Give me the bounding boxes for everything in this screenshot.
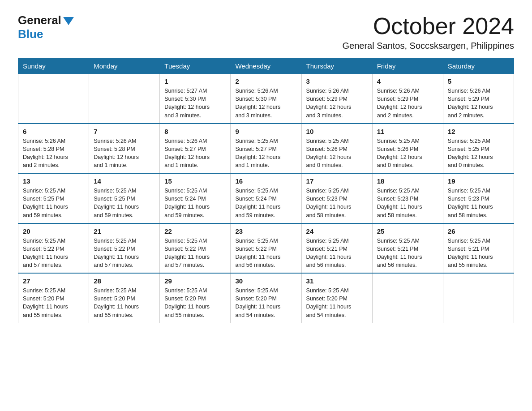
calendar-week-row: 1Sunrise: 5:27 AM Sunset: 5:30 PM Daylig… <box>18 74 514 124</box>
day-number: 11 <box>377 128 438 135</box>
calendar-cell <box>89 74 160 124</box>
day-info: Sunrise: 5:25 AM Sunset: 5:25 PM Dayligh… <box>94 187 155 219</box>
calendar-header-wednesday: Wednesday <box>231 59 301 74</box>
day-number: 27 <box>23 277 84 285</box>
calendar-cell: 24Sunrise: 5:25 AM Sunset: 5:21 PM Dayli… <box>301 223 372 274</box>
day-number: 7 <box>94 128 155 135</box>
day-info: Sunrise: 5:25 AM Sunset: 5:23 PM Dayligh… <box>377 187 438 219</box>
day-info: Sunrise: 5:26 AM Sunset: 5:30 PM Dayligh… <box>235 87 296 120</box>
calendar-header-saturday: Saturday <box>443 59 514 74</box>
day-info: Sunrise: 5:25 AM Sunset: 5:24 PM Dayligh… <box>164 187 226 219</box>
logo-triangle-icon <box>63 17 74 25</box>
calendar-cell: 18Sunrise: 5:25 AM Sunset: 5:23 PM Dayli… <box>372 173 443 223</box>
day-info: Sunrise: 5:25 AM Sunset: 5:25 PM Dayligh… <box>448 137 509 170</box>
calendar-cell: 19Sunrise: 5:25 AM Sunset: 5:23 PM Dayli… <box>443 173 514 223</box>
day-info: Sunrise: 5:26 AM Sunset: 5:29 PM Dayligh… <box>377 87 438 120</box>
calendar-header-tuesday: Tuesday <box>160 59 231 74</box>
title-block: October 2024 General Santos, Soccsksarge… <box>342 13 514 51</box>
day-number: 29 <box>164 277 226 285</box>
day-number: 1 <box>164 77 226 85</box>
day-number: 2 <box>235 77 296 85</box>
day-info: Sunrise: 5:26 AM Sunset: 5:29 PM Dayligh… <box>306 87 368 120</box>
calendar-cell: 9Sunrise: 5:25 AM Sunset: 5:27 PM Daylig… <box>231 124 301 174</box>
day-info: Sunrise: 5:25 AM Sunset: 5:20 PM Dayligh… <box>23 287 84 319</box>
day-info: Sunrise: 5:26 AM Sunset: 5:29 PM Dayligh… <box>448 87 509 120</box>
page-subtitle: General Santos, Soccsksargen, Philippine… <box>342 41 514 51</box>
day-number: 19 <box>448 177 509 185</box>
day-info: Sunrise: 5:25 AM Sunset: 5:27 PM Dayligh… <box>235 137 296 170</box>
day-info: Sunrise: 5:27 AM Sunset: 5:30 PM Dayligh… <box>164 87 226 120</box>
calendar-header-sunday: Sunday <box>18 59 89 74</box>
calendar-week-row: 13Sunrise: 5:25 AM Sunset: 5:25 PM Dayli… <box>18 173 514 223</box>
day-info: Sunrise: 5:25 AM Sunset: 5:23 PM Dayligh… <box>448 187 509 219</box>
calendar-cell: 13Sunrise: 5:25 AM Sunset: 5:25 PM Dayli… <box>18 173 89 223</box>
calendar-cell: 4Sunrise: 5:26 AM Sunset: 5:29 PM Daylig… <box>372 74 443 124</box>
day-info: Sunrise: 5:25 AM Sunset: 5:23 PM Dayligh… <box>306 187 368 219</box>
day-info: Sunrise: 5:25 AM Sunset: 5:22 PM Dayligh… <box>164 237 226 270</box>
day-number: 31 <box>306 277 368 285</box>
calendar-cell <box>372 273 443 323</box>
day-info: Sunrise: 5:25 AM Sunset: 5:21 PM Dayligh… <box>377 237 438 270</box>
day-number: 17 <box>306 177 368 185</box>
calendar-cell: 22Sunrise: 5:25 AM Sunset: 5:22 PM Dayli… <box>160 223 231 274</box>
day-info: Sunrise: 5:25 AM Sunset: 5:21 PM Dayligh… <box>306 237 368 270</box>
calendar-cell: 29Sunrise: 5:25 AM Sunset: 5:20 PM Dayli… <box>160 273 231 323</box>
day-number: 15 <box>164 177 226 185</box>
day-number: 21 <box>94 227 155 235</box>
calendar-cell: 10Sunrise: 5:25 AM Sunset: 5:26 PM Dayli… <box>301 124 372 174</box>
day-info: Sunrise: 5:26 AM Sunset: 5:27 PM Dayligh… <box>164 137 226 170</box>
calendar-week-row: 6Sunrise: 5:26 AM Sunset: 5:28 PM Daylig… <box>18 124 514 174</box>
day-number: 22 <box>164 227 226 235</box>
logo-text: General <box>18 13 74 27</box>
day-number: 16 <box>235 177 296 185</box>
day-number: 23 <box>235 227 296 235</box>
day-number: 5 <box>448 77 509 85</box>
calendar-cell: 8Sunrise: 5:26 AM Sunset: 5:27 PM Daylig… <box>160 124 231 174</box>
day-info: Sunrise: 5:25 AM Sunset: 5:26 PM Dayligh… <box>306 137 368 170</box>
calendar-cell: 15Sunrise: 5:25 AM Sunset: 5:24 PM Dayli… <box>160 173 231 223</box>
calendar-header-monday: Monday <box>89 59 160 74</box>
day-info: Sunrise: 5:25 AM Sunset: 5:22 PM Dayligh… <box>94 237 155 270</box>
logo-blue-text: Blue <box>18 27 43 41</box>
logo-general-text: General <box>18 13 61 27</box>
calendar-table: SundayMondayTuesdayWednesdayThursdayFrid… <box>18 58 514 323</box>
day-info: Sunrise: 5:25 AM Sunset: 5:21 PM Dayligh… <box>448 237 509 270</box>
calendar-cell: 12Sunrise: 5:25 AM Sunset: 5:25 PM Dayli… <box>443 124 514 174</box>
day-number: 20 <box>23 227 84 235</box>
day-info: Sunrise: 5:25 AM Sunset: 5:20 PM Dayligh… <box>306 287 368 319</box>
day-info: Sunrise: 5:26 AM Sunset: 5:28 PM Dayligh… <box>23 137 84 170</box>
day-info: Sunrise: 5:26 AM Sunset: 5:28 PM Dayligh… <box>94 137 155 170</box>
day-info: Sunrise: 5:25 AM Sunset: 5:20 PM Dayligh… <box>235 287 296 319</box>
day-number: 3 <box>306 77 368 85</box>
day-number: 26 <box>448 227 509 235</box>
calendar-week-row: 27Sunrise: 5:25 AM Sunset: 5:20 PM Dayli… <box>18 273 514 323</box>
day-info: Sunrise: 5:25 AM Sunset: 5:24 PM Dayligh… <box>235 187 296 219</box>
calendar-cell: 14Sunrise: 5:25 AM Sunset: 5:25 PM Dayli… <box>89 173 160 223</box>
day-number: 10 <box>306 128 368 135</box>
day-number: 30 <box>235 277 296 285</box>
calendar-header-thursday: Thursday <box>301 59 372 74</box>
day-info: Sunrise: 5:25 AM Sunset: 5:20 PM Dayligh… <box>164 287 226 319</box>
calendar-cell: 3Sunrise: 5:26 AM Sunset: 5:29 PM Daylig… <box>301 74 372 124</box>
calendar-cell: 25Sunrise: 5:25 AM Sunset: 5:21 PM Dayli… <box>372 223 443 274</box>
day-number: 24 <box>306 227 368 235</box>
day-number: 18 <box>377 177 438 185</box>
day-number: 25 <box>377 227 438 235</box>
calendar-cell: 11Sunrise: 5:25 AM Sunset: 5:26 PM Dayli… <box>372 124 443 174</box>
day-number: 8 <box>164 128 226 135</box>
day-number: 12 <box>448 128 509 135</box>
calendar-cell: 26Sunrise: 5:25 AM Sunset: 5:21 PM Dayli… <box>443 223 514 274</box>
calendar-cell: 17Sunrise: 5:25 AM Sunset: 5:23 PM Dayli… <box>301 173 372 223</box>
page-header: General Blue October 2024 General Santos… <box>18 13 514 51</box>
calendar-cell: 6Sunrise: 5:26 AM Sunset: 5:28 PM Daylig… <box>18 124 89 174</box>
day-number: 9 <box>235 128 296 135</box>
calendar-week-row: 20Sunrise: 5:25 AM Sunset: 5:22 PM Dayli… <box>18 223 514 274</box>
calendar-cell: 5Sunrise: 5:26 AM Sunset: 5:29 PM Daylig… <box>443 74 514 124</box>
calendar-cell <box>18 74 89 124</box>
day-info: Sunrise: 5:25 AM Sunset: 5:25 PM Dayligh… <box>23 187 84 219</box>
calendar-cell: 1Sunrise: 5:27 AM Sunset: 5:30 PM Daylig… <box>160 74 231 124</box>
calendar-cell: 28Sunrise: 5:25 AM Sunset: 5:20 PM Dayli… <box>89 273 160 323</box>
page-title: October 2024 <box>342 13 514 39</box>
day-info: Sunrise: 5:25 AM Sunset: 5:22 PM Dayligh… <box>235 237 296 270</box>
day-info: Sunrise: 5:25 AM Sunset: 5:26 PM Dayligh… <box>377 137 438 170</box>
